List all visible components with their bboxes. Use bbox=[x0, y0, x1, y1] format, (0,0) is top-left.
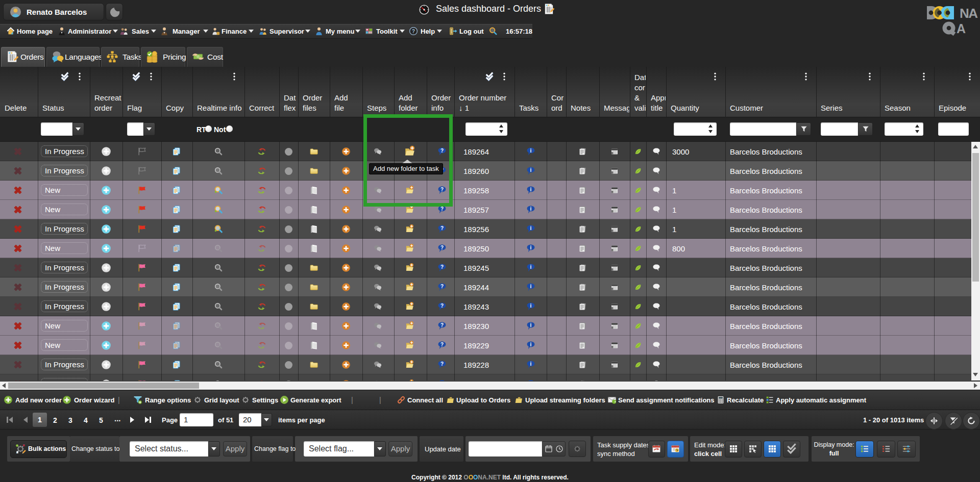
svg-text:NA: NA bbox=[960, 6, 978, 21]
svg-text:A: A bbox=[957, 21, 966, 36]
